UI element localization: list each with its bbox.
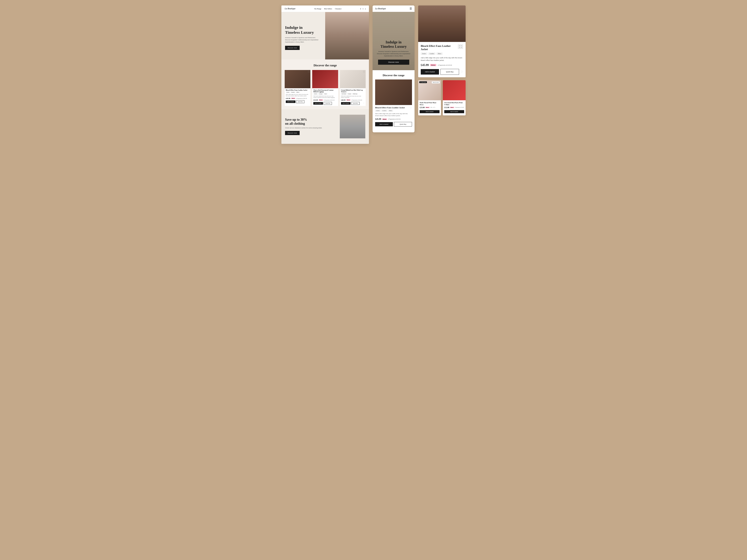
mobile-quick-buy-btn-1[interactable]: Quick Buy <box>394 122 412 127</box>
sold-today-badge: 10 sold today <box>419 81 427 83</box>
clearance-cta[interactable]: Discover more <box>285 131 300 135</box>
mini-card-paris-body: Oversized Red Paris Print T-Shirt £12.00… <box>443 100 466 115</box>
mobile-range-heading: Discover the range <box>375 74 412 77</box>
desktop-product-info-2: Cherry Red Structured Contour Ribbed Leg… <box>312 88 338 106</box>
wishlist-icon-3[interactable]: ♡ <box>363 102 365 104</box>
mobile-hero-subtitle: Immerse Yourself in Opulence and Refinem… <box>376 51 411 57</box>
product-detail-desc: Add a little edge into your outfit of th… <box>421 57 463 62</box>
product-detail-actions: Add to basket Quick Buy ♡ <box>421 69 463 75</box>
mobile-product-info-1: Bleach Effect Faux Leather Jacket ♡ Jack… <box>375 105 412 128</box>
mobile-nav: La Boutique ☰ <box>372 5 415 12</box>
klarna-badge-1: Klarna. <box>291 98 295 99</box>
tag-active: Active <box>313 93 318 95</box>
mobile-mockup: La Boutique ☰ Indulge in Timeless Luxury… <box>372 5 415 132</box>
desktop-clearance-section: Save up to 30% on all clothing Check out… <box>281 109 369 144</box>
desktop-hero-subtitle: Immerse Yourself in Opulence and Refinem… <box>285 37 321 43</box>
desktop-nav: La Boutique Our Range Best Sellers Clear… <box>281 5 369 12</box>
wishlist-detail-icon[interactable]: ♡ <box>461 70 463 74</box>
mini-klarna-text-paris: 3 Payments of £4.00 <box>455 107 464 108</box>
desktop-product-img-1: ⛶ <box>285 70 310 88</box>
detail-tag-leather: Leather <box>428 53 436 55</box>
add-to-basket-detail-btn[interactable]: Add to basket <box>421 69 439 75</box>
hamburger-menu-icon[interactable]: ☰ <box>410 7 412 10</box>
add-to-basket-btn-1[interactable]: Add to basket <box>286 101 295 103</box>
mobile-wishlist-icon-1[interactable]: ♡ <box>410 106 412 110</box>
desktop-product-info-3: Cream Ribbed Low Rise Wide Leg Trousers … <box>340 88 366 106</box>
desktop-product-card-1: ⛶ Bleach Effect Faux Leather Jacket Jack… <box>285 70 310 106</box>
desktop-hero-title: Indulge in Timeless Luxury <box>285 25 321 35</box>
desktop-products-grid: ⛶ Bleach Effect Faux Leather Jacket Jack… <box>285 70 366 106</box>
mobile-tag-biker: Biker <box>388 110 393 112</box>
mini-add-basket-floral[interactable]: Add to basket <box>420 110 439 113</box>
mobile-actions-1: Add to basket Quick Buy <box>375 122 412 127</box>
expand-icon-1[interactable]: ⛶ <box>308 71 310 73</box>
nav-link-range[interactable]: Our Range <box>314 8 321 10</box>
detail-tag-biker: Biker <box>436 53 443 55</box>
mobile-price-1: £45.99 <box>375 118 381 121</box>
mini-card-floral-body: Nude Floral Print Maxi Dress £23.00 Klar… <box>418 100 441 115</box>
clearance-text: Save up to 30% on all clothing Check out… <box>285 118 336 135</box>
desktop-product-info-1: Bleach Effect Faux Leather Jacket Jacket… <box>285 88 310 104</box>
mini-price-row-paris: £12.00 Klarna. 3 Payments of £4.00 <box>444 106 464 108</box>
mobile-price-row-1: £45.99 Klarna. 3 Payments of £15.33 <box>375 118 412 121</box>
desktop-product-actions-2: Add to basket Quick Buy <box>313 102 337 105</box>
mobile-klarna-badge-1: Klarna. <box>382 118 387 120</box>
desktop-product-title-1: Bleach Effect Faux Leather Jacket <box>286 89 309 91</box>
desktop-product-price-1: £45.99 Klarna. 3 Payments of £15.33 <box>286 98 309 99</box>
mobile-product-tags-1: Jacket Leather Biker <box>375 110 412 112</box>
product-detail-title: Bleach Effect Faux Leather Jacket <box>421 45 458 51</box>
mini-card-paris-img <box>443 80 466 100</box>
mobile-tag-leather: Leather <box>381 110 387 112</box>
desktop-price-3: £48.99 <box>341 99 345 101</box>
mobile-hero-title: Indulge in Timeless Luxury <box>376 40 411 49</box>
klarna-badge-3: Klarna. <box>346 99 351 101</box>
desktop-range-heading: Discover the range <box>285 64 366 67</box>
desktop-product-card-2: ⛶ Cherry Red Structured Contour Ribbed L… <box>312 70 338 106</box>
quick-buy-detail-btn[interactable]: Quick Buy <box>440 69 459 75</box>
add-to-basket-btn-3[interactable]: Add to basket <box>341 102 351 105</box>
desktop-product-title-3: Cream Ribbed Low Rise Wide Leg Trousers <box>341 89 365 92</box>
mobile-add-basket-btn-1[interactable]: Add to basket <box>375 122 393 126</box>
desktop-hero-model <box>325 12 369 59</box>
product-detail-body: Bleach Effect Faux Leather Jacket ⛶ Jack… <box>418 42 466 77</box>
quick-buy-btn-2[interactable]: Quick Buy <box>324 102 332 105</box>
product-detail-image <box>418 5 466 42</box>
desktop-hero-image <box>325 12 369 59</box>
instagram-icon[interactable]: ○ <box>362 8 364 10</box>
clearance-subtitle: Check out our clearance section for some… <box>285 127 336 129</box>
mobile-hero-cta[interactable]: Discover more <box>378 60 409 65</box>
desktop-hero-cta[interactable]: Discover more <box>285 46 300 50</box>
mini-klarna-paris: Klarna. <box>450 107 454 108</box>
desktop-product-tags-2: Active Lounge Gym <box>313 93 337 95</box>
mobile-logo[interactable]: La Boutique <box>375 7 386 10</box>
quick-buy-btn-1[interactable]: Quick Buy <box>296 100 304 103</box>
quick-buy-btn-3[interactable]: Quick Buy <box>351 102 359 105</box>
expand-icon-2[interactable]: ⛶ <box>336 71 337 73</box>
desktop-product-img-3: ⛶ <box>340 70 366 88</box>
nav-link-clearance[interactable]: Clearance <box>335 8 341 10</box>
klarna-badge-2: Klarna. <box>319 99 323 101</box>
mini-price-row-floral: £23.00 Klarna. 3 Pa... £17... <box>420 106 439 108</box>
desktop-product-desc-3: Add some statements hues into your new s… <box>341 95 365 99</box>
mini-card-floral: 10 sold today Nude Floral Print Maxi Dre… <box>418 80 441 115</box>
tag-casual: Casual <box>347 93 352 95</box>
expand-product-btn[interactable]: ⛶ <box>458 45 463 49</box>
desktop-product-title-2: Cherry Red Structured Contour Ribbed Leg… <box>313 89 337 92</box>
desktop-product-actions-3: Add to basket Quick Buy ♡ <box>341 102 365 105</box>
expand-icon-3[interactable]: ⛶ <box>363 71 365 73</box>
desktop-logo[interactable]: La Boutique <box>285 7 295 10</box>
twitter-icon[interactable]: t <box>365 8 366 10</box>
desktop-product-tags-3: On-Trend Casual Wide-leg <box>341 93 365 95</box>
right-panel: Bleach Effect Faux Leather Jacket ⛶ Jack… <box>418 5 466 115</box>
clearance-title: Save up to 30% on all clothing <box>285 118 336 126</box>
mobile-product-card-1: Bleach Effect Faux Leather Jacket ♡ Jack… <box>375 79 412 128</box>
mini-add-basket-paris[interactable]: Add to basket <box>444 110 464 113</box>
add-to-basket-btn-2[interactable]: Add to basket <box>313 102 323 105</box>
facebook-icon[interactable]: f <box>360 8 361 10</box>
nav-link-bestsellers[interactable]: Best Sellers <box>324 8 332 10</box>
product-detail-price-row: £45.99 Klarna. 3 Payments of £15.33 <box>421 63 463 67</box>
desktop-price-1: £45.99 <box>286 98 290 99</box>
desktop-price-2: £35.99 <box>313 99 318 101</box>
clearance-model-image <box>340 115 365 138</box>
desktop-range-section: Discover the range ⛶ Bleach Effect Faux … <box>281 59 369 109</box>
